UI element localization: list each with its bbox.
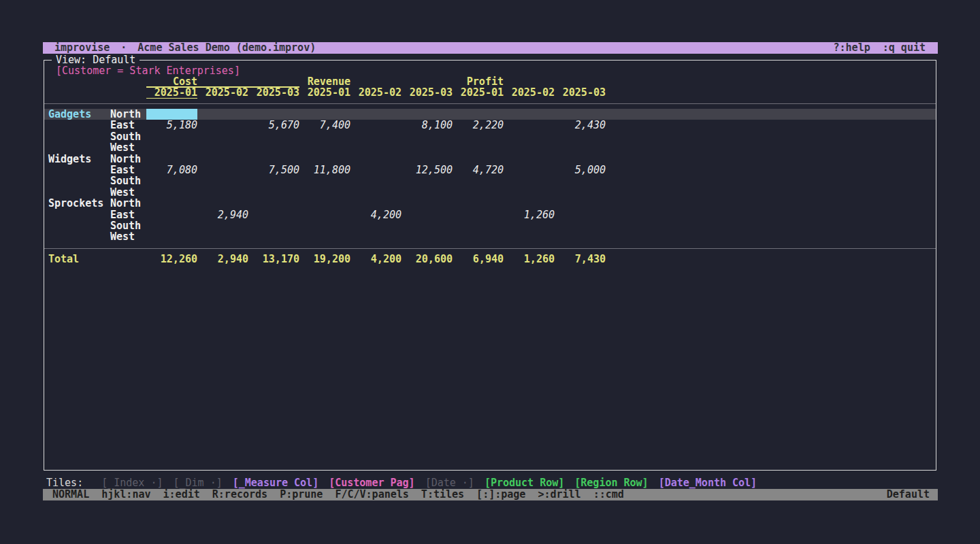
region-row-label[interactable]: East xyxy=(110,165,135,175)
value-cell[interactable]: 5,670 xyxy=(248,120,299,131)
pivot-table-body: GadgetsNorthEast5,1805,6707,4008,1002,22… xyxy=(44,109,936,243)
tiles-bar: Tiles: [_Index ·][_Dim ·][_Measure Col][… xyxy=(46,477,757,489)
tile-date[interactable]: [Date ·] xyxy=(425,477,474,489)
mode-and-keybinds: NORMAL hjkl:nav i:edit R:records P:prune… xyxy=(52,489,624,500)
value-cell[interactable]: 7,500 xyxy=(248,165,299,175)
value-cell[interactable]: 8,100 xyxy=(402,120,453,131)
value-cell[interactable]: 5,180 xyxy=(146,120,197,131)
region-row-label[interactable]: South xyxy=(110,131,141,142)
view-panel-title: View: Default xyxy=(52,54,140,65)
value-cell[interactable]: 1,260 xyxy=(504,209,555,220)
total-row: Total 12,2602,94013,17019,2004,20020,600… xyxy=(44,254,936,265)
total-value-cell: 1,260 xyxy=(504,254,555,265)
product-row-label[interactable]: Gadgets xyxy=(48,109,91,120)
region-row-label[interactable]: North xyxy=(110,154,141,165)
document-title: Acme Sales Demo (demo.improv) xyxy=(137,42,316,54)
measure-group-header-row: Cost Revenue Profit xyxy=(44,76,936,87)
region-row-label[interactable]: West xyxy=(110,231,135,242)
measure-group-revenue: Revenue xyxy=(299,76,350,87)
value-cell[interactable]: 12,500 xyxy=(402,165,453,175)
measure-group-profit: Profit xyxy=(453,76,504,87)
tile-index[interactable]: [_Index ·] xyxy=(101,477,163,489)
value-cell[interactable]: 5,000 xyxy=(555,165,606,175)
value-cell[interactable]: 4,720 xyxy=(453,165,504,175)
total-value-cell: 13,170 xyxy=(248,254,299,265)
table-row: GadgetsNorth xyxy=(44,109,936,120)
table-row: West xyxy=(44,187,936,198)
value-cell[interactable]: 4,200 xyxy=(350,209,402,220)
product-row-label[interactable]: Sprockets xyxy=(48,198,103,209)
table-row: SprocketsNorth xyxy=(44,198,936,209)
total-value-cell: 7,430 xyxy=(555,254,606,265)
table-row: South xyxy=(44,220,936,231)
month-column-header: 2025-02 xyxy=(504,87,555,98)
table-row: WidgetsNorth xyxy=(44,154,936,165)
tile-dim[interactable]: [_Dim ·] xyxy=(174,477,223,489)
tile-customer-pag[interactable]: [Customer Pag] xyxy=(329,477,414,489)
total-value-cell: 19,200 xyxy=(299,254,350,265)
value-cell[interactable]: 7,400 xyxy=(299,120,350,131)
value-cell[interactable]: 2,220 xyxy=(453,120,504,131)
region-row-label[interactable]: West xyxy=(110,142,135,153)
table-row: West xyxy=(44,231,936,242)
month-column-header: 2025-03 xyxy=(248,87,299,98)
app-screen: improvise · Acme Sales Demo (demo.improv… xyxy=(0,0,980,544)
table-row: West xyxy=(44,142,936,153)
month-column-header: 2025-01 xyxy=(146,87,197,99)
region-row-label[interactable]: North xyxy=(110,109,141,120)
table-row: South xyxy=(44,175,936,186)
month-column-header: 2025-03 xyxy=(555,87,606,98)
tile-product-row[interactable]: [Product Row] xyxy=(485,477,564,489)
total-label: Total xyxy=(48,254,79,265)
region-row-label[interactable]: South xyxy=(110,175,141,186)
region-row-label[interactable]: North xyxy=(110,198,141,209)
total-value-cell: 2,940 xyxy=(197,254,248,265)
month-column-header: 2025-02 xyxy=(350,87,402,98)
app-name: improvise xyxy=(54,42,110,54)
value-cell[interactable]: 2,430 xyxy=(555,120,606,131)
current-view-name: Default xyxy=(887,489,930,500)
table-row: East5,1805,6707,4008,1002,2202,430 xyxy=(44,120,936,131)
region-row-label[interactable]: South xyxy=(110,220,141,231)
title-bar: improvise · Acme Sales Demo (demo.improv… xyxy=(43,42,938,54)
tile-date-month-col[interactable]: [Date_Month Col] xyxy=(659,477,757,489)
total-value-cell: 4,200 xyxy=(350,254,402,265)
region-row-label[interactable]: East xyxy=(110,209,135,220)
selected-cell-cursor[interactable] xyxy=(146,109,197,120)
table-row: East2,9404,2001,260 xyxy=(44,209,936,220)
tile-measure-col[interactable]: [_Measure Col] xyxy=(233,477,318,489)
total-value-cell: 20,600 xyxy=(402,254,453,265)
value-cell[interactable]: 7,080 xyxy=(146,165,197,175)
value-cell[interactable]: 2,940 xyxy=(197,209,248,220)
tile-region-row[interactable]: [Region Row] xyxy=(574,477,648,489)
region-row-label[interactable]: East xyxy=(110,120,135,131)
total-separator-line xyxy=(44,248,936,249)
tiles-bar-label: Tiles: xyxy=(46,477,83,489)
total-value-cell: 6,940 xyxy=(453,254,504,265)
month-column-header: 2025-03 xyxy=(402,87,453,98)
table-row: South xyxy=(44,131,936,142)
region-row-label[interactable]: West xyxy=(110,187,135,198)
table-row: East7,0807,50011,80012,5004,7205,000 xyxy=(44,165,936,175)
help-quit-hint: ?:help :q quit xyxy=(834,42,938,54)
title-separator-dot: · xyxy=(120,42,127,54)
month-column-header: 2025-01 xyxy=(453,87,504,98)
title-bar-left: improvise · Acme Sales Demo (demo.improv… xyxy=(43,42,316,54)
product-row-label[interactable]: Widgets xyxy=(48,154,91,165)
month-header-row: 2025-012025-022025-032025-012025-022025-… xyxy=(44,87,936,99)
measure-group-cost: Cost xyxy=(146,76,197,87)
month-column-header: 2025-02 xyxy=(197,87,248,98)
month-column-header: 2025-01 xyxy=(299,87,350,98)
value-cell[interactable]: 11,800 xyxy=(299,165,350,175)
status-bar: NORMAL hjkl:nav i:edit R:records P:prune… xyxy=(43,489,938,500)
header-separator-line xyxy=(44,103,936,104)
page-filter-chip[interactable]: [Customer = Stark Enterprises] xyxy=(56,65,240,76)
total-value-cell: 12,260 xyxy=(146,254,197,265)
